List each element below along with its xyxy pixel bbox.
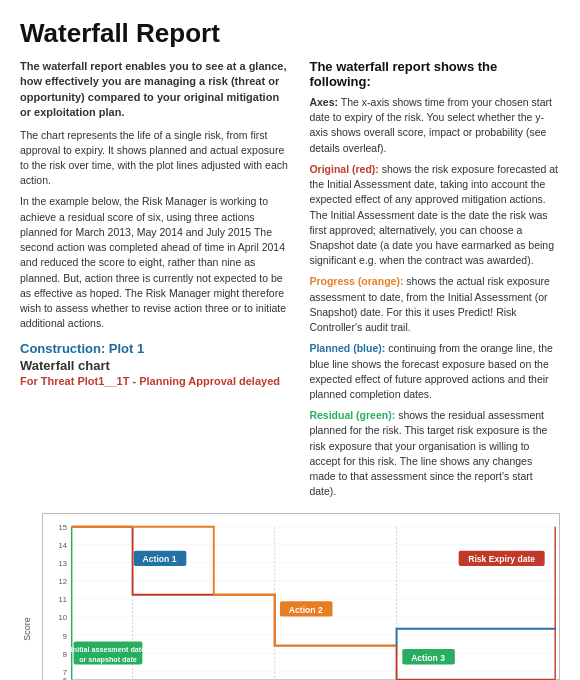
original-para: Original (red): shows the risk exposure …	[309, 162, 560, 269]
svg-text:Risk Expiry date: Risk Expiry date	[468, 555, 535, 565]
original-text: shows the risk exposure forecasted at th…	[309, 163, 558, 266]
svg-text:Initial assesment date: Initial assesment date	[71, 646, 145, 654]
chart-subtitle: For Threat Plot1__1T - Planning Approval…	[20, 375, 291, 387]
residual-para: Residual (green): shows the residual ass…	[309, 408, 560, 499]
progress-para: Progress (orange): shows the actual risk…	[309, 274, 560, 335]
planned-label: Planned (blue):	[309, 342, 385, 354]
svg-text:10: 10	[58, 614, 66, 623]
page-title: Waterfall Report	[20, 18, 560, 49]
para2: In the example below, the Risk Manager i…	[20, 194, 291, 331]
progress-label: Progress (orange):	[309, 275, 403, 287]
svg-text:Action 1: Action 1	[143, 555, 177, 565]
intro-bold-text: The waterfall report enables you to see …	[20, 59, 291, 121]
svg-text:7: 7	[63, 668, 67, 677]
planned-para: Planned (blue): continuing from the oran…	[309, 341, 560, 402]
y-axis-label: Score	[22, 618, 32, 642]
residual-label: Residual (green):	[309, 409, 395, 421]
svg-text:9: 9	[63, 632, 67, 641]
svg-text:Action 2: Action 2	[289, 605, 323, 615]
svg-text:11: 11	[58, 596, 66, 605]
waterfall-chart: 15 14 13 12 11 10 9 8 7 6	[42, 513, 560, 680]
axes-label: Axes:	[309, 96, 338, 108]
right-heading: The waterfall report shows the following…	[309, 59, 560, 89]
section-title: Construction: Plot 1	[20, 341, 291, 356]
original-label: Original (red):	[309, 163, 378, 175]
chart-wrapper: Score 15 14 13 12 11	[20, 513, 560, 680]
svg-text:12: 12	[58, 578, 66, 587]
svg-text:14: 14	[58, 541, 67, 550]
axes-text: The x-axis shows time from your chosen s…	[309, 96, 552, 154]
axes-para: Axes: The x-axis shows time from your ch…	[309, 95, 560, 156]
svg-text:or snapshot date: or snapshot date	[79, 656, 137, 664]
para1: The chart represents the life of a singl…	[20, 128, 291, 189]
svg-text:15: 15	[58, 523, 66, 532]
svg-text:Action 3: Action 3	[411, 653, 445, 663]
chart-title: Waterfall chart	[20, 358, 291, 373]
residual-text: shows the residual assessment planned fo…	[309, 409, 547, 497]
svg-text:13: 13	[58, 559, 66, 568]
svg-text:8: 8	[63, 650, 67, 659]
